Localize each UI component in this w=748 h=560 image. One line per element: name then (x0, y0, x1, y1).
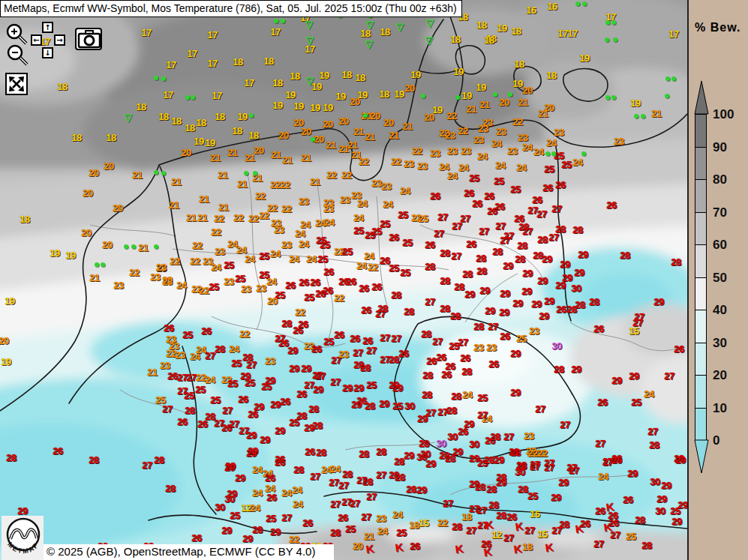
station-temperature: 26 (298, 319, 308, 329)
station-temperature: 28 (425, 262, 434, 271)
metmaps-app: { "title_bar": {"text": "MetMaps, Ecmwf … (0, 0, 748, 560)
station-temperature: 29 (379, 399, 389, 409)
station-temperature: 28 (515, 254, 524, 264)
station-temperature: 25 (224, 260, 233, 270)
station-temperature: 26 (398, 349, 408, 358)
scale-tick-label: 60 (713, 238, 727, 251)
station-temperature: 28 (312, 421, 322, 430)
station-temperature: 18 (511, 26, 521, 36)
station-temperature: 22 (233, 213, 243, 223)
station-temperature: 24 (252, 465, 262, 475)
station-temperature: 27 (353, 348, 362, 358)
precip-dot-symbol (665, 94, 669, 98)
station-temperature: 19 (237, 112, 247, 121)
station-temperature: 26 (458, 427, 467, 436)
station-temperature: 27 (205, 351, 215, 361)
station-temperature: 20 (522, 85, 532, 95)
precip-dot-symbol (545, 151, 550, 156)
station-temperature: 23 (299, 196, 308, 206)
station-temperature: 26 (296, 389, 306, 399)
station-temperature: 28 (496, 511, 506, 520)
station-temperature: 20 (89, 168, 98, 178)
scale-segment (695, 375, 707, 409)
station-temperature: 18 (57, 82, 67, 91)
station-temperature: 20 (353, 541, 362, 551)
station-temperature: 25 (317, 254, 327, 264)
screenshot-button[interactable] (75, 28, 102, 50)
station-temperature: 27 (458, 337, 467, 347)
station-temperature: 26 (201, 326, 211, 336)
station-temperature: 26 (488, 359, 498, 369)
station-temperature: 28 (475, 482, 485, 492)
station-temperature: 21 (89, 273, 99, 283)
pan-right-button[interactable]: → (54, 34, 65, 46)
station-temperature: 23 (338, 349, 348, 359)
station-temperature: 22 (255, 191, 265, 201)
metmaps-logo[interactable]: METMAPS (2, 516, 44, 560)
station-temperature: 27 (551, 526, 561, 535)
thunderstorm-symbol: K (395, 541, 404, 553)
station-temperature: 22 (192, 241, 202, 250)
fullscreen-button[interactable] (5, 73, 28, 95)
thunderstorm-symbol: K (365, 543, 375, 555)
station-temperature: 26 (323, 286, 332, 295)
station-temperature: 27 (443, 499, 452, 508)
station-temperature: 21 (353, 127, 363, 136)
station-temperature: 19 (461, 91, 471, 100)
station-temperature: 24 (330, 464, 340, 474)
precip-dot-symbol (613, 37, 617, 42)
station-temperature: 29 (351, 400, 361, 409)
station-temperature: 23 (274, 225, 284, 235)
station-temperature: 20 (0, 336, 9, 346)
station-temperature: 27 (391, 334, 401, 343)
station-temperature: 29 (464, 289, 474, 299)
pan-down-button[interactable]: ↓ (42, 47, 53, 58)
station-temperature: 27 (560, 420, 569, 430)
station-temperature: 26 (334, 330, 344, 340)
station-temperature: 24 (266, 277, 276, 286)
station-temperature: 26 (556, 304, 566, 314)
station-temperature: 23 (340, 195, 350, 205)
station-temperature: 20 (278, 130, 288, 140)
station-temperature: 26 (426, 356, 436, 366)
station-temperature: 27 (338, 481, 348, 490)
station-temperature: 29 (287, 346, 297, 355)
station-temperature: 28 (342, 469, 352, 479)
station-temperature: 22 (412, 146, 422, 156)
station-temperature: 24 (522, 142, 532, 152)
station-temperature: 20 (102, 240, 112, 250)
station-temperature: 17 (212, 91, 221, 100)
expand-arrows-icon (7, 74, 26, 94)
station-temperature: 18 (20, 214, 29, 224)
station-temperature: 27 (530, 462, 539, 472)
station-temperature: 26 (177, 417, 187, 427)
station-temperature: 26 (346, 277, 356, 286)
station-temperature: 21 (197, 213, 207, 223)
station-temperature: 26 (484, 191, 494, 201)
station-temperature: 22 (280, 180, 290, 190)
station-temperature: 27 (536, 209, 546, 219)
station-temperature: 29 (485, 306, 494, 316)
scale-segment (695, 212, 707, 246)
station-temperature: 30 (650, 477, 659, 487)
station-temperature: 26 (464, 188, 473, 198)
shower-triangle-symbol: ▽ (396, 22, 404, 31)
station-temperature: 27 (281, 513, 291, 523)
shower-triangle-symbol: ▽ (305, 19, 313, 29)
weather-map[interactable]: 1717171717171718181718181718181918181919… (0, 0, 687, 560)
zoom-out-button[interactable] (5, 43, 29, 70)
station-temperature: 23 (614, 136, 623, 146)
station-temperature: 26 (542, 183, 552, 193)
station-temperature: 29 (275, 426, 284, 436)
pan-left-button[interactable]: ← (31, 34, 42, 46)
station-temperature: 29 (494, 455, 503, 465)
station-temperature: 29 (342, 383, 352, 393)
precip-dot-symbol (605, 20, 610, 25)
station-temperature: 20 (267, 296, 277, 306)
precip-dot-symbol (582, 1, 587, 6)
station-temperature: 23 (473, 343, 483, 352)
station-temperature: 29 (510, 349, 520, 358)
station-temperature: 21 (245, 153, 254, 163)
station-temperature: 26 (460, 353, 470, 363)
pan-up-button[interactable]: ↑ (42, 22, 53, 33)
